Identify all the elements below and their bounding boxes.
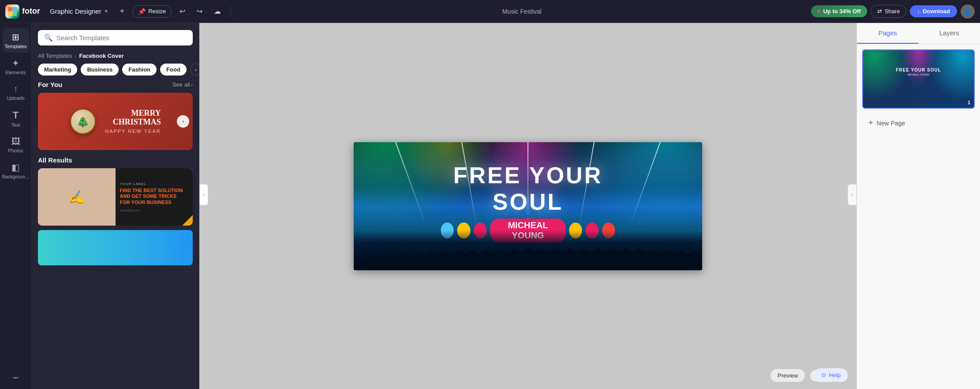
templates-icon: ⊞ (12, 32, 19, 42)
app-name-label: Graphic Designer (50, 8, 101, 15)
biz-card-image: ✍️ (38, 168, 116, 226)
uploads-icon: ↑ (14, 84, 18, 94)
biz-url: www.fotor.com (120, 209, 189, 212)
sidebar-more-button[interactable]: ••• (11, 371, 21, 384)
christmas-globe-icon: 🎄 (70, 108, 96, 135)
thumb-sub-title: MICHEAL YOUNG (896, 73, 941, 76)
redo-button[interactable]: ↪ (193, 4, 206, 18)
download-icon: ↓ (917, 8, 920, 15)
resize-label: Resize (148, 8, 166, 15)
sidebar-item-uploads-label: Uploads (7, 95, 24, 101)
share-label: Share (885, 8, 900, 15)
sidebar-item-templates-label: Templates (4, 44, 26, 49)
for-you-title: For You (38, 81, 62, 88)
thumb-light-cyan (919, 50, 974, 108)
topbar: fotor Graphic Designer ▼ + 📌 Resize ↩ ↪ … (0, 0, 980, 23)
template-panel: 🔍 All Templates › Facebook Cover Marketi… (32, 23, 199, 389)
svg-rect-2 (8, 11, 12, 16)
biz-main-text: FIND THE BEST SOLUTION AND GET SOME TRIC… (120, 188, 189, 205)
tab-layers[interactable]: Layers (919, 23, 980, 44)
panel-scroll: For You See all › 🎄 MERRY CHRISTMAS HAPP… (32, 81, 199, 389)
avatar[interactable]: 👤 (961, 4, 975, 19)
cloud-save-button[interactable]: ☁ (210, 4, 224, 18)
christmas-template-card[interactable]: 🎄 MERRY CHRISTMAS HAPPY NEW YEAR › (38, 93, 193, 150)
share-button[interactable]: ⇄ Share (871, 5, 907, 18)
page-number-badge: 1 (968, 100, 970, 105)
card-nav-right-button[interactable]: › (177, 115, 189, 128)
add-button[interactable]: + (116, 4, 128, 19)
sidebar-item-background[interactable]: ◧ Backgroun... (3, 159, 29, 183)
christmas-text-block: MERRY CHRISTMAS HAPPY NEW YEAR (105, 109, 161, 134)
biz-card-text: YOUR LABEL FIND THE BEST SOLUTION AND GE… (116, 168, 193, 226)
right-collapse-button[interactable]: › (848, 184, 857, 205)
page-thumbnail-1[interactable]: FREE YOUR SOUL MICHEAL YOUNG 1 (862, 49, 975, 109)
category-fashion[interactable]: Fashion (122, 64, 157, 76)
category-business[interactable]: Business (81, 64, 119, 76)
svg-rect-3 (12, 11, 17, 16)
sidebar-item-elements-label: Elements (6, 70, 26, 75)
page-thumb-inner: FREE YOUR SOUL MICHEAL YOUNG 1 (863, 50, 974, 108)
breadcrumb: All Templates › Facebook Cover (32, 53, 199, 64)
undo-icon: ↩ (180, 7, 185, 15)
more-icon: ••• (13, 375, 19, 380)
cloud-icon: ☁ (214, 7, 221, 15)
topbar-right: ♥ Up to 34% Off ⇄ Share ↓ Download 👤 (811, 4, 975, 19)
right-tabs: Pages Layers (857, 23, 980, 44)
breadcrumb-current: Facebook Cover (79, 53, 123, 59)
for-you-section-header: For You See all › (38, 81, 193, 88)
new-page-button[interactable]: + New Page (862, 113, 975, 133)
discount-label: Up to 34% Off (823, 8, 860, 15)
help-label: Help (829, 372, 841, 378)
resize-button[interactable]: 📌 Resize (132, 5, 172, 18)
blue-template-card[interactable] (38, 230, 193, 265)
logo-text: fotor (22, 7, 40, 16)
category-marketing[interactable]: Marketing (38, 64, 77, 76)
sidebar-item-templates[interactable]: ⊞ Templates (3, 28, 29, 53)
app-name-button[interactable]: Graphic Designer ▼ (46, 6, 112, 17)
sidebar-item-uploads[interactable]: ↑ Uploads (3, 80, 29, 104)
sidebar-item-photos[interactable]: 🖼 Photos (3, 133, 29, 157)
sidebar-item-photos-label: Photos (8, 148, 23, 153)
redo-icon: ↪ (197, 7, 202, 15)
christmas-title: MERRY CHRISTMAS (105, 109, 161, 127)
elements-icon: ✦ (12, 58, 19, 68)
category-food[interactable]: Food (160, 64, 187, 76)
download-button[interactable]: ↓ Download (910, 5, 957, 17)
biz-triangle-decoration (182, 215, 193, 226)
sidebar-item-background-label: Backgroun... (2, 174, 30, 179)
discount-button[interactable]: ♥ Up to 34% Off (811, 5, 867, 17)
sidebar-item-text[interactable]: T Text (3, 106, 29, 131)
svg-rect-0 (8, 7, 12, 11)
pages-content: FREE YOUR SOUL MICHEAL YOUNG 1 + New Pag… (857, 44, 980, 389)
preview-button[interactable]: Preview (771, 369, 805, 382)
chevron-down-icon: ▼ (104, 9, 108, 14)
undo-button[interactable]: ↩ (176, 4, 189, 18)
thumb-main-title: FREE YOUR SOUL (896, 68, 941, 72)
business-template-card[interactable]: ✍️ YOUR LABEL FIND THE BEST SOLUTION AND… (38, 168, 193, 226)
page-thumb-text: FREE YOUR SOUL MICHEAL YOUNG (896, 68, 941, 76)
text-icon: T (13, 110, 19, 121)
see-all-label: See all (172, 81, 190, 88)
breadcrumb-parent[interactable]: All Templates (38, 53, 72, 59)
concert-background: FREE YOUR SOUL MICHEAL YOUNG (354, 142, 702, 270)
panel-collapse-button[interactable]: ‹ (199, 184, 208, 205)
pin-icon: 📌 (138, 8, 146, 15)
all-results-title: All Results (38, 156, 193, 164)
sidebar-item-elements[interactable]: ✦ Elements (3, 54, 29, 79)
fotor-logo-icon (5, 4, 19, 19)
help-button[interactable]: ⊙ Help (814, 368, 848, 382)
canvas-area: FREE YOUR SOUL MICHEAL YOUNG Pre (199, 23, 857, 389)
category-more-button[interactable]: › (190, 64, 199, 76)
svg-rect-1 (12, 7, 17, 11)
canvas-content[interactable]: FREE YOUR SOUL MICHEAL YOUNG (354, 142, 702, 270)
breadcrumb-arrow-icon: › (75, 53, 76, 59)
search-icon: 🔍 (44, 34, 53, 42)
plus-icon: + (868, 118, 873, 128)
search-input[interactable] (56, 34, 187, 42)
see-all-arrow-icon: › (191, 81, 193, 88)
category-pills: Marketing Business Fashion Food › (32, 64, 199, 81)
christmas-subtitle: HAPPY NEW YEAR (105, 128, 161, 134)
background-icon: ◧ (11, 162, 20, 173)
tab-pages[interactable]: Pages (857, 23, 919, 44)
see-all-button[interactable]: See all › (172, 81, 193, 88)
